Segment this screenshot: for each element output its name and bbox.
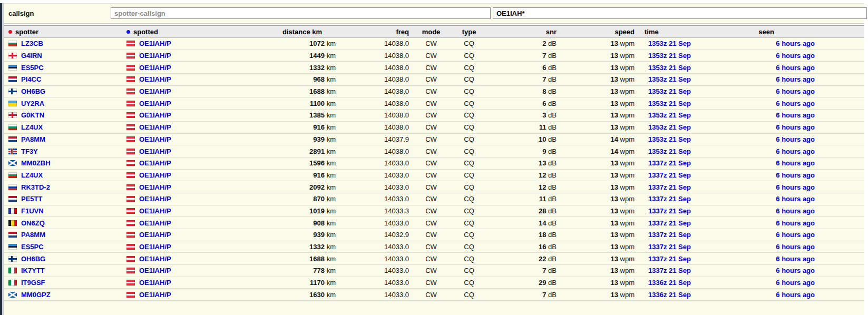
spotted-callsign-link[interactable]: OE1IAH/P [139,219,171,227]
spotted-callsign-link[interactable]: OE1IAH/P [139,52,171,60]
time-link[interactable]: 1353z 21 Sep [648,147,691,155]
seen-link[interactable]: 6 hours ago [776,207,815,215]
spotted-callsign-link[interactable]: OE1IAH/P [139,40,171,47]
spotter-callsign-link[interactable]: OH6BG [21,87,45,95]
spotter-callsign-link[interactable]: OH6BG [21,255,45,263]
spotted-callsign-link[interactable]: OE1IAH/P [139,231,171,239]
spotted-callsign-link[interactable]: OE1IAH/P [139,183,171,191]
time-link[interactable]: 1353z 21 Sep [648,75,691,83]
seen-link[interactable]: 6 hours ago [776,111,815,119]
spotter-callsign-link[interactable]: RK3TD-2 [21,183,50,191]
spotter-callsign-link[interactable]: LZ3CB [21,40,43,47]
spotted-callsign-link[interactable]: OE1IAH/P [139,243,171,251]
seen-link[interactable]: 6 hours ago [776,100,815,107]
time-link[interactable]: 1337z 21 Sep [648,171,691,179]
spotter-callsign-link[interactable]: PA8MM [21,231,45,239]
seen-link[interactable]: 6 hours ago [776,183,815,191]
spotter-callsign-link[interactable]: UY2RA [21,100,44,107]
spotted-callsign-link[interactable]: OE1IAH/P [139,171,171,179]
seen-link[interactable]: 6 hours ago [776,219,815,227]
time-link[interactable]: 1337z 21 Sep [648,195,691,203]
spotted-callsign-link[interactable]: OE1IAH/P [139,100,171,107]
spotter-callsign-link[interactable]: ON6ZQ [21,219,45,227]
freq-cell: 14038.0 [337,110,410,122]
spotter-callsign-link[interactable]: TF3Y [21,147,38,155]
spotted-callsign-link[interactable]: OE1IAH/P [139,267,171,274]
speed-value: 13 [610,255,618,263]
seen-link[interactable]: 6 hours ago [776,147,815,155]
seen-link[interactable]: 6 hours ago [776,135,815,143]
spotter-callsign-input[interactable] [111,7,491,19]
time-link[interactable]: 1353z 21 Sep [648,135,691,143]
spotter-callsign-link[interactable]: MM0ZBH [21,159,51,167]
spotted-callsign-link[interactable]: OE1IAH/P [139,87,171,95]
seen-link[interactable]: 6 hours ago [776,195,815,203]
time-link[interactable]: 1336z 21 Sep [648,291,691,299]
seen-link[interactable]: 6 hours ago [776,171,815,179]
spotted-callsign-link[interactable]: OE1IAH/P [139,207,171,215]
time-link[interactable]: 1353z 21 Sep [648,40,691,47]
snr-unit: dB [548,279,557,287]
time-link[interactable]: 1337z 21 Sep [648,267,691,274]
time-link[interactable]: 1336z 21 Sep [648,279,691,287]
spotted-callsign-link[interactable]: OE1IAH/P [139,64,171,72]
spotter-callsign-link[interactable]: PI4CC [21,75,41,83]
time-link[interactable]: 1337z 21 Sep [648,159,691,167]
seen-link[interactable]: 6 hours ago [776,231,815,239]
spotter-callsign-link[interactable]: IT9GSF [21,279,45,287]
spotted-callsign-link[interactable]: OE1IAH/P [139,279,171,287]
seen-link[interactable]: 6 hours ago [776,159,815,167]
spotter-callsign-link[interactable]: MM0GPZ [21,291,51,299]
time-link[interactable]: 1337z 21 Sep [648,207,691,215]
spotter-callsign-link[interactable]: PE5TT [21,195,42,203]
spotted-callsign-link[interactable]: OE1IAH/P [139,111,171,119]
spotted-callsign-link[interactable]: OE1IAH/P [139,147,171,155]
spotted-callsign-link[interactable]: OE1IAH/P [139,255,171,263]
time-link[interactable]: 1337z 21 Sep [648,243,691,251]
seen-link[interactable]: 6 hours ago [776,267,815,274]
spotter-callsign-link[interactable]: ES5PC [21,243,44,251]
spotted-callsign-link[interactable]: OE1IAH/P [139,75,171,83]
seen-link[interactable]: 6 hours ago [776,243,815,251]
spotted-callsign-link[interactable]: OE1IAH/P [139,123,171,131]
seen-link[interactable]: 6 hours ago [776,64,815,72]
seen-link[interactable]: 6 hours ago [776,279,815,287]
spotter-flag-icon [8,280,17,286]
spotter-callsign-link[interactable]: IK7YTT [21,267,45,274]
spotter-callsign-link[interactable]: G4IRN [21,52,42,60]
spotter-callsign-link[interactable]: LZ4UX [21,171,43,179]
seen-link[interactable]: 6 hours ago [776,40,815,47]
time-link[interactable]: 1353z 21 Sep [648,52,691,60]
seen-link[interactable]: 6 hours ago [776,255,815,263]
speed-cell: 13 wpm [558,38,636,50]
speed-unit: wpm [620,195,635,203]
seen-link[interactable]: 6 hours ago [776,123,815,131]
spotter-callsign-link[interactable]: G0KTN [21,111,44,119]
seen-link[interactable]: 6 hours ago [776,52,815,60]
spotter-callsign-link[interactable]: ES5PC [21,64,44,72]
spotted-callsign-link[interactable]: OE1IAH/P [139,291,171,299]
spotted-callsign-link[interactable]: OE1IAH/P [139,135,171,143]
spotter-callsign-link[interactable]: PA8MM [21,135,45,143]
distance-cell: 968 km [282,74,337,86]
spotter-callsign-link[interactable]: F1UVN [21,207,44,215]
spot-row: G0KTN OE1IAH/P 1385 km 14038.0 CW CQ 3 d… [4,110,864,122]
time-link[interactable]: 1353z 21 Sep [648,123,691,131]
time-link[interactable]: 1337z 21 Sep [648,255,691,263]
time-link[interactable]: 1337z 21 Sep [648,231,691,239]
time-link[interactable]: 1353z 21 Sep [648,100,691,107]
distance-value: 1688 [309,87,325,95]
time-link[interactable]: 1337z 21 Sep [648,219,691,227]
seen-link[interactable]: 6 hours ago [776,75,815,83]
spotted-callsign-link[interactable]: OE1IAH/P [139,159,171,167]
spotted-callsign-link[interactable]: OE1IAH/P [139,195,171,203]
spotter-callsign-link[interactable]: LZ4UX [21,123,43,131]
time-link[interactable]: 1353z 21 Sep [648,111,691,119]
seen-link[interactable]: 6 hours ago [776,87,815,95]
time-link[interactable]: 1353z 21 Sep [648,87,691,95]
time-link[interactable]: 1353z 21 Sep [648,64,691,72]
seen-link[interactable]: 6 hours ago [776,291,815,299]
spotted-callsign-input[interactable] [493,7,867,19]
spotter-cell: G0KTN [4,110,124,122]
time-link[interactable]: 1337z 21 Sep [648,183,691,191]
